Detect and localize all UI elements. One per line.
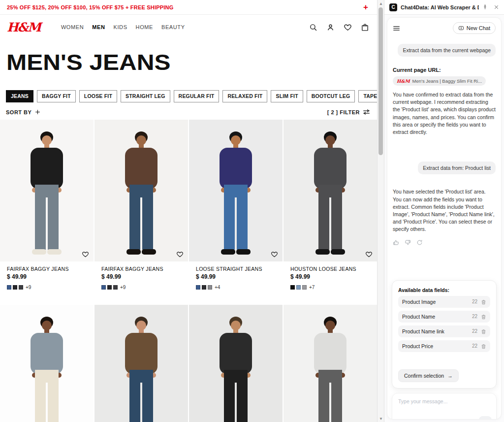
favorite-heart-icon[interactable] bbox=[82, 251, 89, 258]
more-colors-label[interactable]: +9 bbox=[26, 285, 31, 290]
filter-chip[interactable]: SLIM FIT bbox=[271, 90, 303, 102]
product-image[interactable] bbox=[284, 305, 377, 422]
filter-chip[interactable]: JEANS bbox=[6, 90, 33, 102]
confirm-selection-button[interactable]: Confirm selection → bbox=[398, 369, 459, 382]
trash-icon[interactable] bbox=[481, 344, 486, 349]
product-card[interactable]: FAIRFAX BAGGY JEANS $ 49.99 +9 bbox=[94, 120, 188, 305]
data-field-row[interactable]: Product Image 22 bbox=[398, 296, 490, 308]
product-name[interactable]: FAIRFAX BAGGY JEANS bbox=[7, 266, 89, 272]
chat4data-sidebar: C Chat4Data: AI Web Scraper & Data Extr.… bbox=[384, 0, 504, 422]
color-swatch[interactable] bbox=[196, 285, 200, 290]
field-label: Product Image bbox=[402, 299, 436, 305]
product-card[interactable]: FAIRFAX BAGGY JEANS $ 49.99 +9 bbox=[0, 120, 94, 305]
sort-filter-row: SORT BY [ 2 ] FILTER bbox=[6, 109, 370, 115]
more-colors-label[interactable]: +4 bbox=[215, 285, 220, 290]
send-button[interactable]: ↑ bbox=[479, 416, 492, 420]
product-image[interactable] bbox=[284, 120, 377, 261]
nav-item-kids[interactable]: KIDS bbox=[114, 24, 127, 30]
nav-item-home[interactable]: HOME bbox=[136, 24, 153, 30]
product-card[interactable]: LOOSE STRAIGHT JEANS $ 49.99 +4 bbox=[189, 120, 283, 305]
thumbs-up-icon[interactable] bbox=[393, 239, 399, 246]
promo-banner: 25% OFF $125, 20% OFF $100, 15% OFF $75 … bbox=[0, 0, 377, 15]
color-swatch[interactable] bbox=[107, 285, 112, 290]
product-image[interactable] bbox=[189, 305, 283, 422]
product-card[interactable] bbox=[284, 305, 377, 422]
product-image[interactable] bbox=[94, 305, 188, 422]
bag-icon[interactable] bbox=[361, 23, 369, 32]
nav-item-beauty[interactable]: BEAUTY bbox=[161, 24, 185, 30]
main-nav: H&M WOMENMENKIDSHOMEBEAUTY bbox=[0, 15, 377, 39]
product-info: LOOSE STRAIGHT JEANS $ 49.99 +4 bbox=[189, 261, 283, 305]
filter-chip[interactable]: TAPERED LEG bbox=[358, 90, 377, 102]
color-swatch[interactable] bbox=[296, 285, 301, 290]
pin-icon[interactable] bbox=[482, 4, 488, 10]
product-image[interactable] bbox=[189, 120, 283, 261]
account-icon[interactable] bbox=[326, 23, 335, 32]
favorite-heart-icon[interactable] bbox=[271, 251, 278, 258]
more-colors-label[interactable]: +9 bbox=[120, 285, 126, 290]
product-name[interactable]: LOOSE STRAIGHT JEANS bbox=[196, 266, 278, 272]
field-label: Product Name bbox=[402, 314, 435, 320]
product-name[interactable]: FAIRFAX BAGGY JEANS bbox=[101, 266, 183, 272]
scroll-up-arrow[interactable]: ▲ bbox=[378, 0, 384, 7]
menu-icon[interactable] bbox=[393, 25, 400, 32]
color-swatch[interactable] bbox=[302, 285, 307, 290]
fields-title: Available data fields: bbox=[398, 287, 490, 293]
trash-icon[interactable] bbox=[481, 299, 486, 305]
product-card[interactable] bbox=[0, 305, 94, 422]
product-info: FAIRFAX BAGGY JEANS $ 49.99 +9 bbox=[94, 261, 188, 305]
product-image[interactable] bbox=[94, 120, 188, 261]
data-field-row[interactable]: Product Price 22 bbox=[398, 340, 490, 352]
page-scrollbar[interactable]: ▲ ▼ bbox=[377, 0, 384, 422]
data-field-row[interactable]: Product Name 22 bbox=[398, 311, 490, 323]
thumbs-down-icon[interactable] bbox=[405, 239, 411, 246]
search-icon[interactable] bbox=[309, 23, 317, 32]
filter-chip[interactable]: BOOTCUT LEG bbox=[307, 90, 355, 102]
regenerate-icon[interactable] bbox=[416, 239, 423, 246]
wishlist-icon[interactable] bbox=[344, 23, 352, 32]
current-url-pill[interactable]: H&M Men's Jeans | Baggy Slim Fit Ri... bbox=[393, 76, 486, 86]
banner-expand-icon[interactable]: + bbox=[363, 3, 368, 11]
chat4data-logo-icon: C bbox=[389, 3, 397, 11]
color-swatch[interactable] bbox=[7, 285, 11, 290]
color-swatch[interactable] bbox=[113, 285, 118, 290]
nav-item-men[interactable]: MEN bbox=[92, 24, 105, 30]
trash-icon[interactable] bbox=[481, 314, 486, 320]
product-card[interactable] bbox=[189, 305, 283, 422]
scrollbar-thumb[interactable] bbox=[378, 7, 383, 155]
product-image[interactable] bbox=[0, 305, 94, 422]
filter-chip[interactable]: REGULAR FIT bbox=[174, 90, 220, 102]
scroll-down-arrow[interactable]: ▼ bbox=[378, 415, 384, 422]
color-swatch[interactable] bbox=[290, 285, 295, 290]
product-card[interactable]: HOUSTON LOOSE JEANS $ 49.99 +7 bbox=[284, 120, 377, 305]
data-fields-card: Available data fields: Product Image 22 … bbox=[392, 280, 497, 389]
filter-button[interactable]: [ 2 ] FILTER bbox=[327, 109, 370, 115]
product-image[interactable] bbox=[0, 120, 94, 261]
plus-icon bbox=[34, 109, 41, 115]
field-label: Product Name link bbox=[402, 328, 444, 334]
chat-input[interactable]: Type your message... ↑ bbox=[392, 393, 497, 420]
new-chat-button[interactable]: New Chat bbox=[453, 22, 496, 34]
nav-item-women[interactable]: WOMEN bbox=[61, 24, 84, 30]
filter-chip[interactable]: RELAXED FIT bbox=[222, 90, 267, 102]
filter-chip[interactable]: LOOSE FIT bbox=[79, 90, 117, 102]
sort-by-button[interactable]: SORT BY bbox=[6, 109, 41, 115]
hm-logo[interactable]: H&M bbox=[7, 20, 40, 34]
product-name[interactable]: HOUSTON LOOSE JEANS bbox=[290, 266, 372, 272]
color-swatch[interactable] bbox=[202, 285, 206, 290]
color-swatch[interactable] bbox=[101, 285, 106, 290]
close-icon[interactable] bbox=[494, 4, 499, 10]
color-swatch[interactable] bbox=[208, 285, 212, 290]
filter-chip[interactable]: STRAIGHT LEG bbox=[121, 90, 170, 102]
color-swatch[interactable] bbox=[13, 285, 17, 290]
more-colors-label[interactable]: +7 bbox=[309, 285, 315, 290]
filter-chip[interactable]: BAGGY FIT bbox=[37, 90, 76, 102]
color-swatch[interactable] bbox=[19, 285, 23, 290]
favorite-heart-icon[interactable] bbox=[176, 251, 184, 258]
filter-chips: JEANSBAGGY FITLOOSE FITSTRAIGHT LEGREGUL… bbox=[6, 90, 377, 102]
data-field-row[interactable]: Product Name link 22 bbox=[398, 325, 490, 337]
product-card[interactable] bbox=[94, 305, 188, 422]
favorite-heart-icon[interactable] bbox=[365, 251, 373, 258]
trash-icon[interactable] bbox=[481, 329, 486, 334]
user-message: Extract data from: Product list bbox=[418, 162, 496, 174]
